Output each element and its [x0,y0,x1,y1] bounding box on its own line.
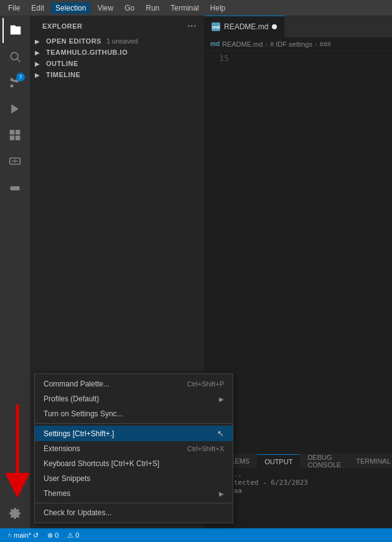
ctx-user-snippets-label: User Snippets [44,474,90,483]
ctx-settings-sync[interactable]: Turn on Settings Sync... [35,406,233,421]
ctx-settings[interactable]: Settings [Ctrl+Shift+.] ↖ [35,426,233,441]
sidebar-more-button[interactable]: ··· [187,21,197,32]
activity-bar: 7 [0,16,30,528]
ctx-keyboard-shortcuts-label: Keyboard Shortcuts [Ctrl+K Ctrl+S] [44,459,159,468]
teamhulo-label: Teamhulo.github.io [46,49,128,56]
breadcrumb-sub[interactable]: ### [320,40,331,48]
ctx-check-updates-label: Check for Updates... [44,508,111,517]
svg-rect-9 [16,136,21,141]
sidebar-item-timeline[interactable]: ▶ Timeline [30,69,204,80]
ctx-command-palette[interactable]: Command Palette... Ctrl+Shift+P [35,376,233,391]
editor-line-15: 15 [204,54,392,63]
sidebar-sections: ▶ Open Editors 1 unsaved ▶ Teamhulo.gith… [30,34,204,82]
breadcrumb-md-icon: md [210,40,220,47]
search-icon[interactable] [2,44,27,69]
ctx-user-snippets[interactable]: User Snippets [35,471,233,486]
panel-line-2: nge detected - 6/23/2023 [209,479,387,487]
svg-point-0 [11,52,18,60]
ctx-keyboard-shortcuts[interactable]: Keyboard Shortcuts [Ctrl+K Ctrl+S] [35,456,233,471]
readme-tab[interactable]: md README.md [204,16,285,37]
outline-label: Outline [46,60,78,67]
run-icon[interactable] [2,96,27,121]
menu-file[interactable]: File [4,2,24,14]
open-editors-count: 1 unsaved [106,37,138,45]
tab-bar: md README.md [204,16,392,37]
ctx-sep-2 [35,503,233,503]
ctx-command-palette-shortcut: Ctrl+Shift+P [187,380,224,388]
files-icon[interactable] [2,18,27,43]
timeline-label: Timeline [46,71,80,78]
ctx-profiles-arrow: ▶ [219,396,224,403]
readme-tab-filename: README.md [224,22,268,31]
menu-edit[interactable]: Edit [27,2,49,14]
ctx-command-palette-label: Command Palette... [44,380,110,388]
line-number-15: 15 [204,54,229,63]
panel-tab-debug-console[interactable]: DEBUG CONSOLE [300,454,348,468]
sidebar-item-teamhulo[interactable]: ▶ Teamhulo.github.io [30,47,204,58]
status-errors[interactable]: ⊗ 0 [45,531,61,540]
svg-point-2 [11,85,14,88]
branch-label: main* [14,531,31,539]
svg-rect-14 [17,187,19,189]
svg-marker-5 [11,105,19,114]
sidebar-title: Explorer [42,22,83,30]
ctx-settings-label: Settings [Ctrl+Shift+.] [44,429,114,438]
ctx-themes-arrow: ▶ [219,490,224,497]
cursor-arrow: ↖ [217,429,224,438]
menu-help[interactable]: Help [206,2,230,14]
source-control-icon[interactable]: 7 [2,70,27,95]
breadcrumb: md README.md › # IDF settings › ### [204,37,392,51]
ctx-profiles-label: Profiles (Default) [44,395,99,403]
sync-icon: ↺ [33,531,39,540]
remote-icon[interactable] [2,149,27,174]
svg-rect-6 [10,130,15,135]
sidebar-item-outline[interactable]: ▶ Outline [30,58,204,69]
menu-view[interactable]: View [93,2,118,14]
errors-label: ⊗ 0 [47,531,58,540]
panel-line-1: ching... [209,470,387,479]
status-bar: ⑃ main* ↺ ⊗ 0 ⚠ 0 [0,528,392,542]
readme-tab-icon: md [212,22,220,31]
open-editors-label: Open Editors [46,37,101,45]
context-menu: Command Palette... Ctrl+Shift+P Profiles… [34,373,233,523]
open-editors-chevron: ▶ [35,38,44,45]
ctx-extensions-label: Extensions [44,444,80,453]
menu-terminal[interactable]: Terminal [166,2,203,14]
status-branch[interactable]: ⑃ main* ↺ [5,531,41,540]
source-control-badge: 7 [16,73,25,82]
breadcrumb-sep1: › [265,40,268,48]
outline-chevron: ▶ [35,60,44,67]
menu-bar: File Edit Selection View Go Run Terminal… [0,0,392,16]
ctx-sep-1 [35,423,233,424]
ctx-extensions[interactable]: Extensions Ctrl+Shift+X [35,441,233,456]
ctx-check-updates[interactable]: Check for Updates... [35,505,233,520]
menu-run[interactable]: Run [141,2,164,14]
svg-rect-8 [10,136,15,141]
ctx-themes-label: Themes [44,489,70,498]
menu-go[interactable]: Go [120,2,139,14]
svg-rect-7 [16,130,21,135]
svg-rect-12 [11,187,13,189]
ctx-profiles[interactable]: Profiles (Default) ▶ [35,391,233,406]
timeline-chevron: ▶ [35,72,44,78]
ctx-themes[interactable]: Themes ▶ [35,486,233,501]
extensions-icon[interactable] [2,123,27,147]
status-warnings[interactable]: ⚠ 0 [65,531,82,540]
breadcrumb-filename[interactable]: README.md [222,40,263,48]
docker-icon[interactable] [2,175,27,200]
sidebar-header: Explorer ··· [30,16,204,34]
ctx-settings-sync-label: Turn on Settings Sync... [44,409,123,418]
ctx-extensions-shortcut: Ctrl+Shift+X [187,445,224,452]
svg-rect-13 [14,187,16,189]
menu-selection[interactable]: Selection [51,2,90,14]
breadcrumb-heading[interactable]: # IDF settings [270,40,312,48]
sidebar-item-open-editors[interactable]: ▶ Open Editors 1 unsaved [30,35,204,47]
panel-tab-output[interactable]: OUTPUT [257,454,300,468]
settings-gear-icon[interactable] [2,501,27,526]
branch-icon: ⑃ [7,531,12,539]
panel-line-3: est aaaa [209,487,387,495]
panel-tab-terminal[interactable]: TERMINAL [348,454,392,468]
svg-line-1 [17,59,21,62]
readme-tab-modified-indicator [272,24,277,29]
activity-bottom [2,501,27,528]
